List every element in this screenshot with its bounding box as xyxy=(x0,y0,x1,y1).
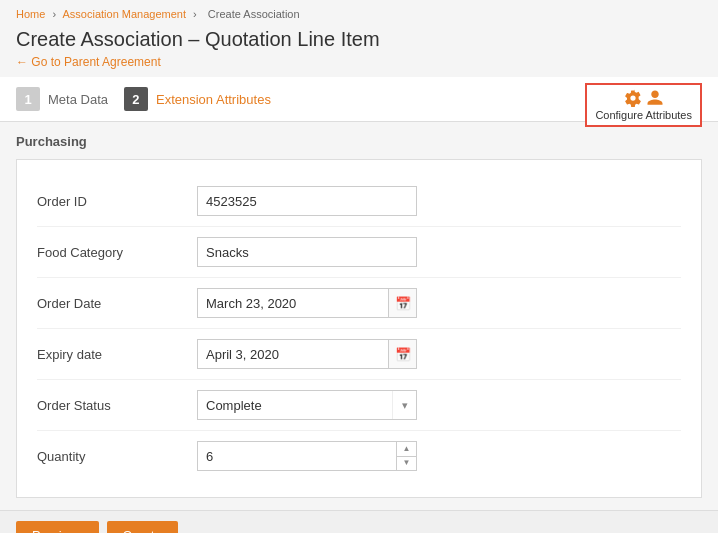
tabs-row: 1 Meta Data 2 Extension Attributes Confi… xyxy=(0,77,718,122)
quantity-spinner: 6 ▲ ▼ xyxy=(197,441,417,471)
breadcrumb: Home › Association Management › Create A… xyxy=(0,0,718,24)
input-wrapper-order-id xyxy=(197,186,681,216)
tab-number-2: 2 xyxy=(124,87,148,111)
input-wrapper-order-status: Complete ▾ xyxy=(197,390,681,420)
field-food-category: Food Category xyxy=(37,227,681,278)
gear-icon xyxy=(624,89,642,107)
input-wrapper-order-date: 📅 xyxy=(197,288,681,318)
spinner-buttons: ▲ ▼ xyxy=(396,442,416,470)
input-wrapper-quantity: 6 ▲ ▼ xyxy=(197,441,681,471)
tab-extension-attributes[interactable]: 2 Extension Attributes xyxy=(124,77,287,121)
label-expiry-date: Expiry date xyxy=(37,347,197,362)
tab-number-1: 1 xyxy=(16,87,40,111)
order-date-input[interactable] xyxy=(198,289,388,317)
label-order-status: Order Status xyxy=(37,398,197,413)
person-icon xyxy=(646,89,664,107)
field-order-date: Order Date 📅 xyxy=(37,278,681,329)
field-expiry-date: Expiry date 📅 xyxy=(37,329,681,380)
label-order-date: Order Date xyxy=(37,296,197,311)
calendar-icon-expiry-date[interactable]: 📅 xyxy=(388,340,416,368)
order-status-value: Complete xyxy=(198,398,392,413)
breadcrumb-home[interactable]: Home xyxy=(16,8,45,20)
tab-label-extension-attributes: Extension Attributes xyxy=(156,92,271,107)
calendar-icon-order-date[interactable]: 📅 xyxy=(388,289,416,317)
spinner-down-button[interactable]: ▼ xyxy=(397,457,416,471)
order-status-select[interactable]: Complete ▾ xyxy=(197,390,417,420)
date-wrapper-order: 📅 xyxy=(197,288,417,318)
order-id-input[interactable] xyxy=(197,186,417,216)
breadcrumb-current: Create Association xyxy=(208,8,300,20)
label-order-id: Order ID xyxy=(37,194,197,209)
field-order-status: Order Status Complete ▾ xyxy=(37,380,681,431)
field-quantity: Quantity 6 ▲ ▼ xyxy=(37,431,681,481)
food-category-input[interactable] xyxy=(197,237,417,267)
configure-label: Configure Attributes xyxy=(595,109,692,121)
label-quantity: Quantity xyxy=(37,449,197,464)
field-order-id: Order ID xyxy=(37,176,681,227)
quantity-value: 6 xyxy=(198,449,396,464)
section-title: Purchasing xyxy=(16,134,702,149)
tab-label-meta-data: Meta Data xyxy=(48,92,108,107)
page-title: Create Association – Quotation Line Item xyxy=(0,24,718,53)
breadcrumb-association-management[interactable]: Association Management xyxy=(63,8,187,20)
chevron-down-icon: ▾ xyxy=(392,391,416,419)
create-button[interactable]: Create xyxy=(107,521,178,533)
input-wrapper-expiry-date: 📅 xyxy=(197,339,681,369)
footer: Previous Create xyxy=(0,510,718,533)
input-wrapper-food-category xyxy=(197,237,681,267)
previous-button[interactable]: Previous xyxy=(16,521,99,533)
configure-icons xyxy=(624,89,664,107)
parent-link[interactable]: Go to Parent Agreement xyxy=(0,53,718,77)
date-wrapper-expiry: 📅 xyxy=(197,339,417,369)
tab-meta-data[interactable]: 1 Meta Data xyxy=(16,77,124,121)
label-food-category: Food Category xyxy=(37,245,197,260)
content-area: Purchasing Order ID Food Category Order … xyxy=(0,122,718,510)
expiry-date-input[interactable] xyxy=(198,340,388,368)
form-card: Order ID Food Category Order Date 📅 xyxy=(16,159,702,498)
configure-attributes-button[interactable]: Configure Attributes xyxy=(585,83,702,127)
spinner-up-button[interactable]: ▲ xyxy=(397,442,416,457)
